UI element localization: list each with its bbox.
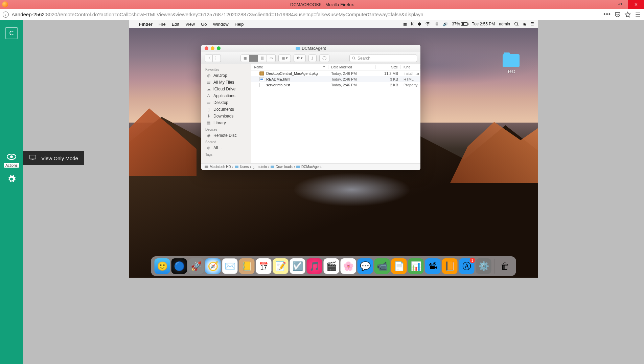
view-mode-tooltip[interactable]: View Only Mode <box>23 151 84 165</box>
sidebar-icloud[interactable]: ☁iCloud Drive <box>201 86 251 92</box>
status-icon-2[interactable]: K <box>411 22 414 26</box>
menu-file[interactable]: File <box>159 22 166 27</box>
sidebar-remotedisc[interactable]: ◉Remote Disc <box>201 132 251 139</box>
arrange-button[interactable]: ▦ ▾ <box>278 55 291 62</box>
action-button[interactable]: ✿ ▾ <box>294 55 306 62</box>
remote-viewport: Finder File Edit View Go Window Help ▦ K… <box>23 20 644 364</box>
col-size: Size <box>376 65 401 69</box>
column-headers[interactable]: Name⌃ Date Modified Size Kind <box>251 64 420 70</box>
dock-pages[interactable]: 📄 <box>391 258 407 274</box>
sidebar-applications[interactable]: AApplications <box>201 92 251 99</box>
dock-siri[interactable]: 🔵 <box>171 258 187 274</box>
dock-reminders[interactable]: ☑️ <box>290 258 305 274</box>
finder-pathbar[interactable]: Macintosh HD› Users› ⌂admin› Downloads› … <box>201 163 420 170</box>
gallery-view-button[interactable]: ▭ <box>267 55 276 62</box>
sidebar-desktop[interactable]: ▭Desktop <box>201 99 251 106</box>
actions-button[interactable]: Actions <box>4 152 19 168</box>
network-icon: ⊕ <box>206 146 211 150</box>
share-button[interactable]: ⤴ <box>308 55 317 62</box>
sidebar-documents[interactable]: ▯Documents <box>201 106 251 113</box>
tags-button[interactable]: ◯ <box>319 55 329 62</box>
file-row[interactable]: README.htmlToday, 2:46 PM3 KBHTML <box>251 76 420 82</box>
dock-messages[interactable]: 💬 <box>358 258 373 274</box>
pocket-icon[interactable] <box>614 11 621 18</box>
dock-finder[interactable]: 🙂 <box>155 258 170 274</box>
status-icon-3[interactable]: ⬢ <box>418 22 421 26</box>
siri-icon[interactable]: ◉ <box>523 22 526 26</box>
menu-help[interactable]: Help <box>235 22 244 27</box>
mac-menubar: Finder File Edit View Go Window Help ▦ K… <box>129 20 538 28</box>
dock-notes[interactable]: 📝 <box>273 258 289 274</box>
status-icon-1[interactable]: ▦ <box>403 22 407 26</box>
notification-center-icon[interactable]: ☰ <box>530 22 534 26</box>
dock-appstore[interactable]: Ⓐ1 <box>459 258 475 274</box>
user-menu[interactable]: admin <box>499 22 510 26</box>
menu-view[interactable]: View <box>185 22 195 27</box>
hamburger-menu-icon[interactable] <box>635 11 641 18</box>
menu-window[interactable]: Window <box>213 22 228 27</box>
documents-icon: ▯ <box>206 107 211 112</box>
display-icon[interactable]: 🖥 <box>435 22 439 26</box>
minimize-button[interactable]: — <box>595 0 612 9</box>
finder-search[interactable]: Search <box>349 55 417 62</box>
sidebar-tags-header: Tags <box>201 151 251 157</box>
back-button[interactable]: 〈 <box>205 55 213 62</box>
battery-indicator[interactable]: 37% <box>452 22 468 26</box>
spotlight-icon[interactable] <box>514 22 519 26</box>
file-row[interactable]: DesktopCentral_MacAgent.pkgToday, 2:46 P… <box>251 70 420 76</box>
bookmark-star-icon[interactable] <box>624 11 631 18</box>
menu-go[interactable]: Go <box>201 22 207 27</box>
page-actions-icon[interactable]: ••• <box>603 11 611 18</box>
finder-titlebar[interactable]: DCMacAgent <box>201 45 420 52</box>
settings-gear-icon[interactable] <box>7 175 16 186</box>
svg-point-5 <box>352 57 355 59</box>
sidebar-airdrop[interactable]: ◎AirDrop <box>201 72 251 79</box>
menu-edit[interactable]: Edit <box>172 22 179 27</box>
forward-button[interactable]: 〉 <box>213 55 221 62</box>
url-text[interactable]: sandeep-2562:8020/remoteControl.do?actio… <box>12 12 600 17</box>
dock-safari[interactable]: 🧭 <box>205 258 221 274</box>
icon-view-button[interactable]: ▦ <box>240 55 249 62</box>
dock-numbers[interactable]: 📊 <box>408 258 424 274</box>
dock-photos[interactable]: 🌸 <box>341 258 356 274</box>
desktop-folder-test[interactable]: Test <box>498 54 525 74</box>
window-title: DCMACBOOK5 - Mozilla Firefox <box>290 2 354 7</box>
finder-window[interactable]: DCMacAgent 〈 〉 ▦ ☰ ||| ▭ ▦ ▾ ✿ ▾ <box>201 45 420 170</box>
svg-point-1 <box>10 155 13 158</box>
mac-desktop[interactable]: Finder File Edit View Go Window Help ▦ K… <box>129 20 538 278</box>
sidebar-shared-all[interactable]: ⊕All… <box>201 145 251 151</box>
file-size: 2 KB <box>376 83 401 87</box>
volume-icon[interactable]: 🔊 <box>443 22 448 26</box>
app-menu[interactable]: Finder <box>139 22 153 27</box>
library-icon: ▤ <box>206 121 211 125</box>
site-info-icon[interactable]: i <box>3 12 9 18</box>
sidebar-allmyfiles[interactable]: ▤All My Files <box>201 79 251 86</box>
column-view-button[interactable]: ||| <box>258 55 267 62</box>
list-view-button[interactable]: ☰ <box>249 55 258 62</box>
folder-icon <box>296 166 300 168</box>
dock-facetime[interactable]: 📹 <box>374 258 390 274</box>
window-minimize-icon[interactable] <box>211 46 214 50</box>
file-row[interactable]: serverinfo.plistToday, 2:46 PM2 KBProper… <box>251 82 420 88</box>
dock-ibooks[interactable]: 📙 <box>442 258 458 274</box>
dock-itunes2[interactable]: 🎬 <box>324 258 339 274</box>
dock-trash[interactable]: 🗑 <box>497 258 513 274</box>
window-zoom-icon[interactable] <box>217 46 221 50</box>
dock-launchpad[interactable]: 🚀 <box>188 258 204 274</box>
clock[interactable]: Tue 2:55 PM <box>472 22 495 26</box>
wifi-icon[interactable] <box>425 22 431 26</box>
sidebar-downloads[interactable]: ⬇Downloads <box>201 113 251 120</box>
dock-mail[interactable]: ✉️ <box>222 258 238 274</box>
dock-itunes[interactable]: 🎵 <box>307 258 322 274</box>
rc-logo[interactable]: C <box>5 27 18 39</box>
file-kind: Property <box>401 83 420 87</box>
apps-icon: A <box>206 94 211 98</box>
dock-sysprefs[interactable]: ⚙️ <box>476 258 491 274</box>
dock-calendar[interactable]: SEP17 <box>256 258 272 274</box>
sidebar-library[interactable]: ▤Library <box>201 120 251 126</box>
dock-contacts[interactable]: 📒 <box>239 258 255 274</box>
window-close-icon[interactable] <box>205 46 208 50</box>
maximize-button[interactable]: 🗗 <box>612 0 628 9</box>
dock-keynote[interactable]: 📽 <box>425 258 441 274</box>
close-button[interactable]: ✕ <box>628 0 644 9</box>
